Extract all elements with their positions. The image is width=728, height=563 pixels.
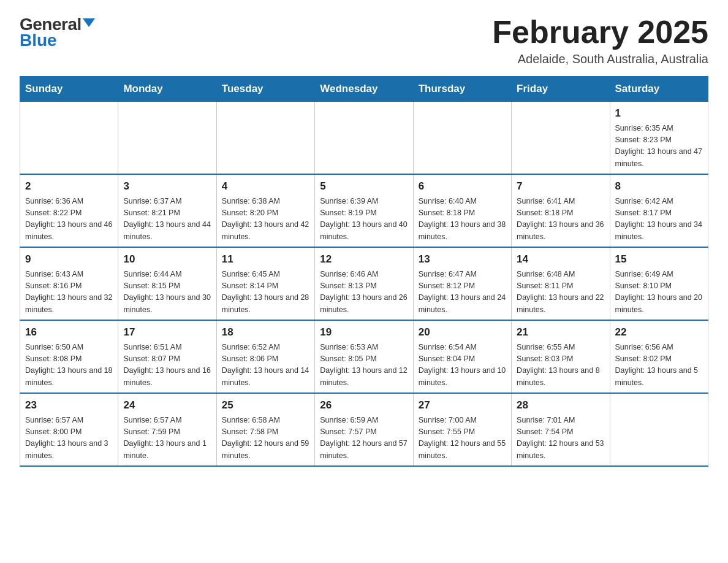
day-info-4: Sunrise: 6:38 AM Sunset: 8:20 PM Dayligh…: [222, 196, 309, 243]
cell-week2-day6: 15Sunrise: 6:49 AM Sunset: 8:10 PM Dayli…: [610, 247, 708, 320]
day-info-28: Sunrise: 7:01 AM Sunset: 7:54 PM Dayligh…: [517, 415, 604, 462]
day-number-17: 17: [123, 324, 211, 340]
calendar-table: Sunday Monday Tuesday Wednesday Thursday…: [20, 76, 708, 467]
day-info-14: Sunrise: 6:48 AM Sunset: 8:11 PM Dayligh…: [517, 269, 604, 316]
calendar-subtitle: Adelaide, South Australia, Australia: [492, 52, 708, 66]
cell-week0-day1: [118, 102, 216, 175]
day-number-18: 18: [222, 324, 309, 340]
week-row-1: 2Sunrise: 6:36 AM Sunset: 8:22 PM Daylig…: [20, 174, 708, 247]
day-number-20: 20: [419, 324, 506, 340]
cell-week4-day6: [610, 393, 708, 466]
header-row: Sunday Monday Tuesday Wednesday Thursday…: [20, 77, 708, 102]
day-number-26: 26: [320, 397, 408, 413]
day-number-16: 16: [25, 324, 113, 340]
day-number-2: 2: [25, 178, 113, 194]
day-info-15: Sunrise: 6:49 AM Sunset: 8:10 PM Dayligh…: [615, 269, 703, 316]
day-number-13: 13: [419, 251, 506, 267]
day-info-9: Sunrise: 6:43 AM Sunset: 8:16 PM Dayligh…: [25, 269, 113, 316]
day-number-11: 11: [222, 251, 309, 267]
cell-week2-day3: 12Sunrise: 6:46 AM Sunset: 8:13 PM Dayli…: [315, 247, 413, 320]
day-info-13: Sunrise: 6:47 AM Sunset: 8:12 PM Dayligh…: [419, 269, 506, 316]
day-info-16: Sunrise: 6:50 AM Sunset: 8:08 PM Dayligh…: [25, 342, 113, 389]
cell-week1-day4: 6Sunrise: 6:40 AM Sunset: 8:18 PM Daylig…: [413, 174, 511, 247]
day-info-19: Sunrise: 6:53 AM Sunset: 8:05 PM Dayligh…: [320, 342, 408, 389]
cell-week0-day4: [413, 102, 511, 175]
cell-week4-day2: 25Sunrise: 6:58 AM Sunset: 7:58 PM Dayli…: [216, 393, 314, 466]
day-info-17: Sunrise: 6:51 AM Sunset: 8:07 PM Dayligh…: [123, 342, 211, 389]
cell-week0-day2: [216, 102, 314, 175]
cell-week1-day1: 3Sunrise: 6:37 AM Sunset: 8:21 PM Daylig…: [118, 174, 216, 247]
day-number-27: 27: [419, 397, 506, 413]
cell-week4-day3: 26Sunrise: 6:59 AM Sunset: 7:57 PM Dayli…: [315, 393, 413, 466]
logo-triangle-icon: [83, 18, 95, 27]
day-number-5: 5: [320, 178, 408, 194]
cell-week1-day3: 5Sunrise: 6:39 AM Sunset: 8:19 PM Daylig…: [315, 174, 413, 247]
day-number-9: 9: [25, 251, 113, 267]
week-row-2: 9Sunrise: 6:43 AM Sunset: 8:16 PM Daylig…: [20, 247, 708, 320]
day-number-8: 8: [615, 178, 703, 194]
cell-week0-day6: 1Sunrise: 6:35 AM Sunset: 8:23 PM Daylig…: [610, 102, 708, 175]
day-info-27: Sunrise: 7:00 AM Sunset: 7:55 PM Dayligh…: [419, 415, 506, 462]
cell-week4-day5: 28Sunrise: 7:01 AM Sunset: 7:54 PM Dayli…: [512, 393, 610, 466]
day-number-14: 14: [517, 251, 604, 267]
calendar-body: 1Sunrise: 6:35 AM Sunset: 8:23 PM Daylig…: [20, 102, 708, 467]
header-friday: Friday: [512, 77, 610, 102]
day-info-1: Sunrise: 6:35 AM Sunset: 8:23 PM Dayligh…: [615, 123, 703, 170]
day-info-2: Sunrise: 6:36 AM Sunset: 8:22 PM Dayligh…: [25, 196, 113, 243]
day-info-7: Sunrise: 6:41 AM Sunset: 8:18 PM Dayligh…: [517, 196, 604, 243]
day-info-22: Sunrise: 6:56 AM Sunset: 8:02 PM Dayligh…: [615, 342, 703, 389]
day-info-3: Sunrise: 6:37 AM Sunset: 8:21 PM Dayligh…: [123, 196, 211, 243]
week-row-4: 23Sunrise: 6:57 AM Sunset: 8:00 PM Dayli…: [20, 393, 708, 466]
day-info-20: Sunrise: 6:54 AM Sunset: 8:04 PM Dayligh…: [419, 342, 506, 389]
cell-week4-day0: 23Sunrise: 6:57 AM Sunset: 8:00 PM Dayli…: [20, 393, 118, 466]
day-number-15: 15: [615, 251, 703, 267]
cell-week1-day2: 4Sunrise: 6:38 AM Sunset: 8:20 PM Daylig…: [216, 174, 314, 247]
cell-week0-day0: [20, 102, 118, 175]
cell-week3-day6: 22Sunrise: 6:56 AM Sunset: 8:02 PM Dayli…: [610, 320, 708, 393]
day-number-24: 24: [123, 397, 211, 413]
cell-week4-day1: 24Sunrise: 6:57 AM Sunset: 7:59 PM Dayli…: [118, 393, 216, 466]
day-info-21: Sunrise: 6:55 AM Sunset: 8:03 PM Dayligh…: [517, 342, 604, 389]
day-number-23: 23: [25, 397, 113, 413]
title-block: February 2025 Adelaide, South Australia,…: [492, 15, 708, 66]
week-row-3: 16Sunrise: 6:50 AM Sunset: 8:08 PM Dayli…: [20, 320, 708, 393]
day-number-22: 22: [615, 324, 703, 340]
day-number-28: 28: [517, 397, 604, 413]
header-wednesday: Wednesday: [315, 77, 413, 102]
day-number-21: 21: [517, 324, 604, 340]
day-number-12: 12: [320, 251, 408, 267]
logo: General Blue: [20, 15, 95, 50]
cell-week2-day2: 11Sunrise: 6:45 AM Sunset: 8:14 PM Dayli…: [216, 247, 314, 320]
cell-week3-day2: 18Sunrise: 6:52 AM Sunset: 8:06 PM Dayli…: [216, 320, 314, 393]
cell-week2-day5: 14Sunrise: 6:48 AM Sunset: 8:11 PM Dayli…: [512, 247, 610, 320]
header-sunday: Sunday: [20, 77, 118, 102]
page-header: General Blue February 2025 Adelaide, Sou…: [20, 15, 708, 66]
header-thursday: Thursday: [413, 77, 511, 102]
day-info-26: Sunrise: 6:59 AM Sunset: 7:57 PM Dayligh…: [320, 415, 408, 462]
calendar-title: February 2025: [492, 15, 708, 50]
cell-week2-day0: 9Sunrise: 6:43 AM Sunset: 8:16 PM Daylig…: [20, 247, 118, 320]
day-info-12: Sunrise: 6:46 AM Sunset: 8:13 PM Dayligh…: [320, 269, 408, 316]
header-tuesday: Tuesday: [216, 77, 314, 102]
day-info-11: Sunrise: 6:45 AM Sunset: 8:14 PM Dayligh…: [222, 269, 309, 316]
day-number-1: 1: [615, 105, 703, 121]
day-number-4: 4: [222, 178, 309, 194]
week-row-0: 1Sunrise: 6:35 AM Sunset: 8:23 PM Daylig…: [20, 102, 708, 175]
cell-week3-day4: 20Sunrise: 6:54 AM Sunset: 8:04 PM Dayli…: [413, 320, 511, 393]
cell-week1-day6: 8Sunrise: 6:42 AM Sunset: 8:17 PM Daylig…: [610, 174, 708, 247]
cell-week0-day3: [315, 102, 413, 175]
cell-week1-day5: 7Sunrise: 6:41 AM Sunset: 8:18 PM Daylig…: [512, 174, 610, 247]
day-info-25: Sunrise: 6:58 AM Sunset: 7:58 PM Dayligh…: [222, 415, 309, 462]
cell-week4-day4: 27Sunrise: 7:00 AM Sunset: 7:55 PM Dayli…: [413, 393, 511, 466]
day-info-23: Sunrise: 6:57 AM Sunset: 8:00 PM Dayligh…: [25, 415, 113, 462]
day-info-24: Sunrise: 6:57 AM Sunset: 7:59 PM Dayligh…: [123, 415, 211, 462]
day-number-6: 6: [419, 178, 506, 194]
day-info-5: Sunrise: 6:39 AM Sunset: 8:19 PM Dayligh…: [320, 196, 408, 243]
cell-week3-day5: 21Sunrise: 6:55 AM Sunset: 8:03 PM Dayli…: [512, 320, 610, 393]
cell-week3-day1: 17Sunrise: 6:51 AM Sunset: 8:07 PM Dayli…: [118, 320, 216, 393]
day-number-10: 10: [123, 251, 211, 267]
day-number-25: 25: [222, 397, 309, 413]
day-number-19: 19: [320, 324, 408, 340]
day-info-6: Sunrise: 6:40 AM Sunset: 8:18 PM Dayligh…: [419, 196, 506, 243]
day-info-8: Sunrise: 6:42 AM Sunset: 8:17 PM Dayligh…: [615, 196, 703, 243]
